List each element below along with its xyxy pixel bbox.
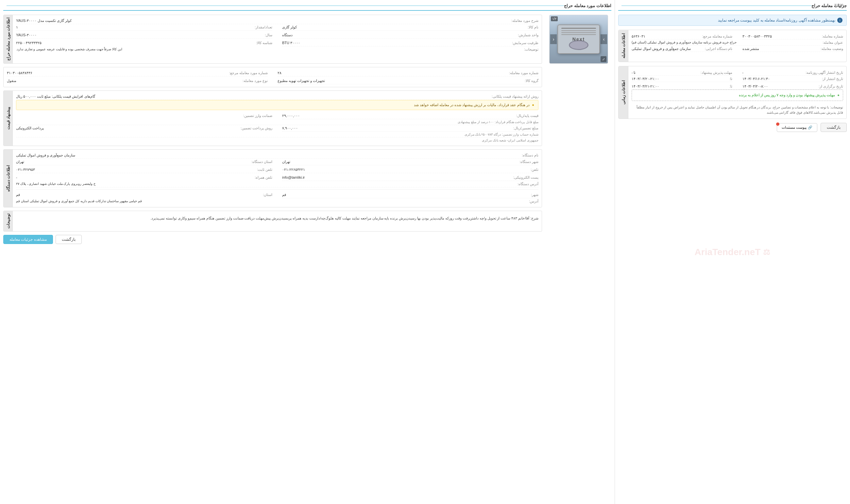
description-label: توضیحات [4,211,13,231]
device-address-label: آدرس دستگاه: [518,182,538,186]
base-price-value: ۲۹,۰۰۰,۰۰۰ [282,114,300,118]
red-dot-indicator [776,123,779,126]
org-name-value: سازمان جمع‌آوری و فروش اموال تملیکی [16,153,75,158]
image-counter: ۱/۲ [551,16,558,21]
attach-label: پیوست مستندات [782,125,806,130]
year-label: سال: [265,33,272,37]
goods-group-label: گروه کالا: [525,79,538,83]
description-section: شرح: آقا/خانم ۴۸۳ ساعت از تحویل و/چه داش… [3,211,542,232]
subject-label: عنوان معامله: [822,40,843,44]
email-row: پست الکترونیکی: info@tamliki.ir [282,175,538,181]
product-info-label: اطلاعات مورد معامله حراج [4,15,13,64]
lot-ref-row: شماره مورد معامله مرجع: ۳۱۰۳۰۰۵۸۳۸۴۳۶ [7,70,268,76]
to-date2-label: تا: [730,84,733,88]
fax-label: تلفن ثابت: [257,167,272,172]
year-value: YAUS-۳۰۰۰۰ [16,33,37,37]
unit-row: واحد شمارش: دستگاه [282,32,538,38]
notice-box: i بهمنظور مشاهده آگهی روزنامه/اسناد معام… [618,15,847,26]
org-name-label: نام دستگاه: [522,153,538,158]
left-panel-header: جزئیات معامله حراج [618,3,847,11]
province-value: قم [16,193,20,197]
location-address-row: آدرس: قم‌ خیامی مقهور ساختمان تدارکات قد… [16,198,538,204]
org-city-value: تهران [282,160,290,164]
back2-button[interactable]: بازگشت [56,235,82,244]
lot-ref-value: ۳۱۰۳۰۰۵۸۳۸۴۳۶ [7,71,32,75]
goods-name-row: نام کالا: کولر گازی [282,24,538,31]
province-label: استان: [263,193,272,197]
guarantee-label: ضمانت وارز تضمین: [243,114,272,118]
bank-info2-label: جمهوری اسلامی ایران- شعبه بانک مرکزی [482,139,538,142]
bank-info2-row: جمهوری اسلامی ایران- شعبه بانک مرکزی [16,138,538,143]
price-method-value: گام‌های افزایش قیمت پلکانی: مبلغ ثابت ۵۰… [16,94,95,98]
publish-date-value: - [743,71,744,74]
goods-name-value: کولر گازی [282,25,297,30]
serial-value: ۲۲۵۰۰۴۹۲۳۳۳۲۵ [16,41,41,46]
next-badge: Next [572,37,585,42]
payment-method-label: روش پرداخت تضمین: [241,126,272,131]
quantity-value: ۱ [16,25,18,30]
org-province-value: تهران [16,160,24,164]
serial-label: شناسه کالا: [256,41,272,46]
transaction-number-value: ۳۰۰۳۰۰۵۸۳۰۰۳۳۲۵ [743,34,772,38]
guarantee-row: ضمانت وارز تضمین: [16,113,272,119]
org-province-label: استان دستگاه: [251,160,272,164]
price-info-label: پیشنهاد قیمت [4,91,13,146]
lot-number-label: شماره مورد معامله: [509,71,538,75]
image-expand-button[interactable]: ⤢ [601,56,606,62]
lot-number-row: شماره مورد معامله: ۲۸ [278,70,538,76]
image-column: Next ۱/۲ ‹ › ⤢ [546,15,611,244]
price-method-row: روش ارائه پیشنهاد قیمت پلکانی: گام‌های ا… [16,93,538,100]
attach-documents-button[interactable]: 🔗 پیوست مستندات [777,123,817,132]
capacity-row: ظرفیت سرمایش: BTU ۳۰۰۰۰ [282,40,538,47]
province-row: استان: قم [16,192,272,198]
subject-value: حراج خرید فروش برنامه سازمان جمع‌آوری و … [631,40,736,44]
year-row: سال: YAUS-۳۰۰۰۰ [16,32,272,38]
lot-number-value: ۲۸ [278,71,281,75]
publish-date-field: تاریخ انتشار آگهی روزنامه: - [743,70,844,76]
org-city-label: شهر دستگاه: [519,160,538,164]
lot-info-section: شماره مورد معامله: ۲۸ شماره مورد معامله … [3,67,542,87]
attach-icon: 🔗 [808,125,812,130]
lot-type-label: نوع مورد معامله: [243,79,268,83]
net-amount-row: مبلغ تضمین/ریال: ۷,۹۰۰,۰۰۰ [282,125,538,132]
phone-row: تلفن: ۰۲۱-۲۲۶۵۳۲۲۱ [282,166,538,173]
city-value: قم [282,193,286,197]
to-date2-field: تا: ۱۴۰۳/۰۳/۲۱-۲۱:۰۰ [631,83,733,90]
goods-group-row: گروه کالا: تجهیزات و تجهیزات تهویه مطبوع [278,78,538,84]
email-value: info@tamliki.ir [282,175,305,180]
location-address-value: قم‌ خیامی مقهور ساختمان تدارکات قدیم دار… [16,199,142,203]
right-bottom-buttons: بازگشت مشاهده جزئیات معامله [3,235,542,244]
back-button[interactable]: بازگشت [820,123,847,132]
product-info-section: شرح مورد معامله: کولر گازی تکسپت مدل YAU… [3,15,542,64]
right-header-title: اطلاعات مورد معامله حراج [564,3,611,8]
ref-number-label: شماره معامله مرجع: [702,34,733,38]
city-label: شهر: [531,193,538,197]
price-notice: ● در هنگام عقد قرارداد، مالیات بر ارزش پ… [16,100,538,110]
goods-name-label: نام کالا: [528,25,538,30]
transaction-info-label: اطلاعات معامله [619,30,628,62]
contract-amount-label: مبلغ قابل پرداخت هنگام قرارداد: ۱۰۰ درصد… [458,120,538,124]
from-date2-field: تاریخ برگزاری از: ۱۴۰۳/۰۳/۲۰-۸:۰۰ [743,83,844,90]
publish-date-label: تاریخ انتشار آگهی روزنامه: [805,71,843,74]
alert-box: ● مهلت پذیرش پیشنهاد بودن و وارد وجه ۷ ر… [631,90,843,101]
description-label: شرح مورد معامله: [511,19,538,23]
ref-number-value: ۵۶۳۶۰۳۱ [631,34,645,38]
transaction-number-label: شماره معامله: [822,34,843,38]
page-number: ۳۶۶۹ [834,3,844,7]
quantity-label: تعداد/مقدار: [255,25,272,30]
city-row: شهر: قم [282,192,538,198]
unit-value: دستگاه [282,33,293,37]
status-label: وضعیت معامله: [820,47,843,51]
left-bottom-buttons: بازگشت 🔗 پیوست مستندات [618,123,847,132]
to-date2-value: ۱۴۰۳/۰۳/۲۱-۲۱:۰۰ [631,84,659,88]
image-next-arrow[interactable]: › [601,34,607,44]
notes-value: این کالا صرفاً جهت مصرف شخصی بوده و قابل… [16,47,122,52]
lot-ref-label: شماره مورد معامله مرجع: [229,71,268,75]
notes-label: توضیحات: [524,47,538,52]
details-button[interactable]: مشاهده جزئیات معامله [3,235,53,244]
price-info-section: روش ارائه پیشنهاد قیمت پلکانی: گام‌های ا… [3,90,542,146]
notice-text: بهمنظور مشاهده آگهی روزنامه/اسناد معامله… [718,18,835,22]
quantity-row: تعداد/مقدار: ۱ [16,24,272,31]
image-prev-arrow[interactable]: ‹ [550,34,557,44]
location-address-label: آدرس: [529,199,538,203]
